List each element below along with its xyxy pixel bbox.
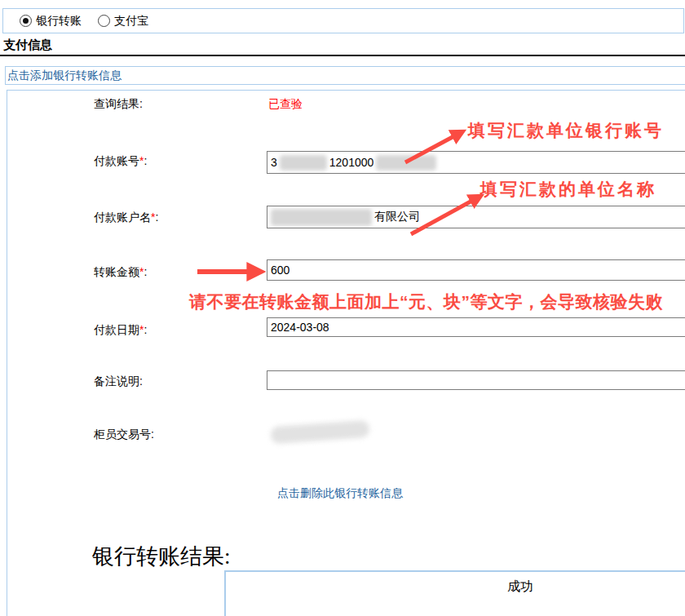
account-visible-mid: 1201000 bbox=[329, 156, 374, 169]
payer-account-input[interactable]: 3 1201000 bbox=[267, 151, 685, 174]
name-annotation: 填写汇款的单位名称 bbox=[480, 178, 656, 201]
payer-name-label: 付款账户名*: bbox=[94, 211, 158, 225]
masked-account-segment bbox=[376, 155, 436, 171]
pay-date-input[interactable] bbox=[267, 317, 685, 337]
masked-account-segment bbox=[280, 155, 327, 171]
radio-alipay-label: 支付宝 bbox=[114, 14, 148, 29]
add-link-row: 点击添加银行转账信息 bbox=[5, 66, 685, 85]
payment-method-group: 银行转账 支付宝 bbox=[2, 8, 684, 33]
transfer-result-box bbox=[224, 570, 685, 616]
amount-warning-annotation: 请不要在转账金额上面加上“元、块”等文字，会导致核验失败 bbox=[189, 290, 663, 313]
query-result-value: 已查验 bbox=[268, 97, 303, 112]
amount-label: 转账金额*: bbox=[94, 265, 147, 280]
radio-alipay[interactable]: 支付宝 bbox=[98, 14, 148, 29]
query-result-label: 查询结果: bbox=[94, 97, 143, 112]
payer-name-input[interactable]: 有限公司 bbox=[267, 206, 685, 228]
transfer-result-title: 银行转账结果: bbox=[92, 542, 231, 571]
radio-unselected-icon[interactable] bbox=[98, 15, 110, 27]
heading-divider bbox=[0, 55, 685, 56]
pay-date-label: 付款日期*: bbox=[94, 323, 147, 338]
name-visible-suffix: 有限公司 bbox=[374, 210, 420, 224]
amount-input[interactable] bbox=[267, 259, 685, 281]
radio-bank-transfer-label: 银行转账 bbox=[36, 14, 82, 29]
radio-selected-icon[interactable] bbox=[20, 15, 32, 27]
payment-info-title: 支付信息 bbox=[3, 38, 52, 53]
add-bank-transfer-link[interactable]: 点击添加银行转账信息 bbox=[7, 69, 122, 83]
payer-account-label: 付款账号*: bbox=[94, 154, 147, 169]
account-visible-start: 3 bbox=[271, 156, 277, 169]
transfer-result-status: 成功 bbox=[507, 578, 533, 596]
delete-bank-transfer-link[interactable]: 点击删除此银行转账信息 bbox=[277, 486, 403, 501]
remark-input[interactable] bbox=[267, 370, 685, 390]
remark-label: 备注说明: bbox=[94, 374, 143, 389]
radio-bank-transfer[interactable]: 银行转账 bbox=[20, 14, 82, 29]
teller-txn-label: 柜员交易号: bbox=[94, 428, 154, 442]
account-annotation: 填写汇款单位银行账号 bbox=[468, 119, 664, 142]
payment-page: 银行转账 支付宝 支付信息 点击添加银行转账信息 查询结果: 已查验 付款账号*… bbox=[0, 0, 685, 616]
masked-name-segment bbox=[271, 209, 372, 226]
